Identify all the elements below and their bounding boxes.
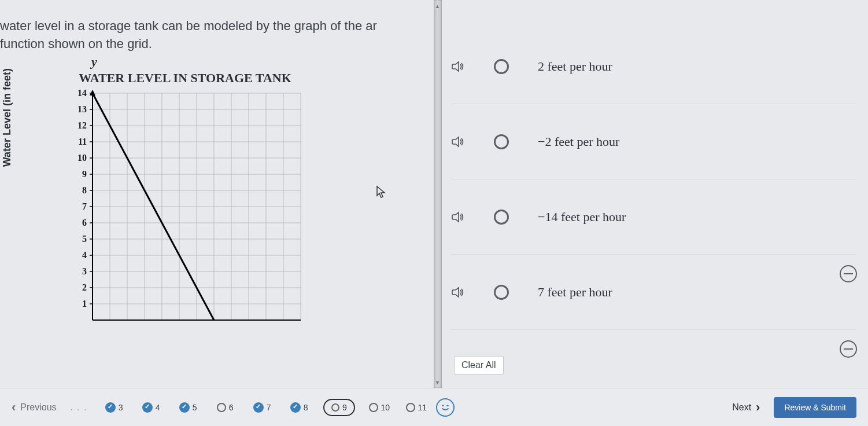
- previous-button[interactable]: Previous: [12, 400, 57, 415]
- svg-text:9: 9: [82, 169, 87, 179]
- divider-down-icon[interactable]: [435, 376, 441, 382]
- speak-icon[interactable]: [451, 60, 465, 74]
- question-nav-8[interactable]: 8: [286, 399, 312, 416]
- svg-text:11: 11: [78, 137, 87, 146]
- main-area: water level in a storage tank can be mod…: [0, 0, 868, 388]
- svg-text:10: 10: [77, 153, 87, 163]
- svg-text:5: 5: [82, 234, 87, 244]
- answer-panel: 2 feet per hour −2 feet per hour −14 fee…: [451, 29, 856, 330]
- review-submit-button[interactable]: Review & Submit: [774, 397, 856, 418]
- svg-text:8: 8: [82, 185, 87, 195]
- question-panel: water level in a storage tank can be mod…: [0, 0, 434, 388]
- svg-text:13: 13: [77, 104, 87, 114]
- y-variable-label: y: [91, 54, 97, 69]
- eliminate-d-button[interactable]: [840, 340, 857, 358]
- question-nav-9[interactable]: 9: [323, 399, 355, 416]
- svg-text:4: 4: [82, 250, 87, 260]
- option-row-c[interactable]: −14 feet per hour: [451, 179, 856, 255]
- question-text: water level in a storage tank can be mod…: [0, 17, 422, 53]
- option-row-b[interactable]: −2 feet per hour: [451, 104, 856, 179]
- option-c-text: −14 feet per hour: [538, 210, 626, 225]
- chart-container: y WATER LEVEL IN STORAGE TANK Water Leve…: [35, 71, 422, 332]
- speak-icon[interactable]: [451, 285, 465, 299]
- smiley-icon[interactable]: [436, 398, 455, 417]
- option-row-d[interactable]: 7 feet per hour: [451, 255, 856, 330]
- option-d-text: 7 feet per hour: [538, 285, 612, 300]
- option-b-text: −2 feet per hour: [538, 134, 619, 149]
- radio-a[interactable]: [494, 59, 509, 74]
- footer-nav: Previous . . . 34567891011 Next Review &…: [0, 388, 868, 426]
- eliminate-c-button[interactable]: [840, 265, 857, 282]
- more-dots[interactable]: . . .: [71, 403, 87, 412]
- question-nav-3[interactable]: 3: [101, 399, 127, 416]
- chart-svg: 1234567891011121314: [35, 89, 312, 332]
- chart-title: WATER LEVEL IN STORAGE TANK: [75, 71, 295, 86]
- question-nav: 34567891011: [101, 399, 429, 416]
- svg-text:6: 6: [82, 218, 87, 227]
- pane-divider[interactable]: [434, 0, 442, 388]
- clear-all-button[interactable]: Clear All: [454, 356, 504, 374]
- radio-b[interactable]: [494, 134, 509, 149]
- divider-up-icon[interactable]: [435, 0, 441, 6]
- question-nav-10[interactable]: 10: [367, 399, 392, 416]
- svg-text:12: 12: [77, 120, 87, 130]
- question-nav-4[interactable]: 4: [138, 399, 164, 416]
- question-nav-7[interactable]: 7: [249, 399, 275, 416]
- option-a-text: 2 feet per hour: [538, 59, 612, 74]
- radio-d[interactable]: [494, 285, 509, 300]
- next-button[interactable]: Next: [732, 400, 760, 415]
- svg-text:7: 7: [82, 201, 87, 211]
- y-axis-label: Water Level (in feet): [1, 68, 13, 167]
- radio-c[interactable]: [494, 210, 509, 225]
- question-nav-6[interactable]: 6: [212, 399, 238, 416]
- speak-icon[interactable]: [451, 135, 465, 149]
- svg-text:1: 1: [82, 299, 87, 309]
- speak-icon[interactable]: [451, 210, 465, 224]
- svg-text:2: 2: [82, 282, 87, 292]
- svg-text:3: 3: [82, 266, 87, 276]
- question-nav-11[interactable]: 11: [404, 399, 429, 416]
- cursor-icon: [376, 185, 387, 199]
- question-nav-5[interactable]: 5: [175, 399, 201, 416]
- svg-text:14: 14: [77, 89, 87, 98]
- option-row-a[interactable]: 2 feet per hour: [451, 29, 856, 104]
